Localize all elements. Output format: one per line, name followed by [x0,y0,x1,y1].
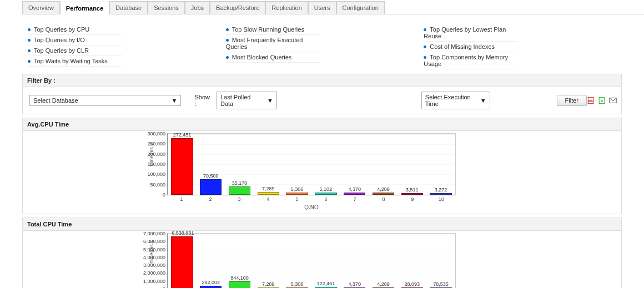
bar-value-label: 28,093 [402,281,422,288]
bullet-icon [28,60,31,63]
tab-users[interactable]: Users [308,1,336,14]
mail-icon[interactable] [609,97,617,104]
bar-value-label: 35,170 [229,180,250,187]
bar[interactable]: 122,461 [311,234,340,288]
bullet-icon [424,46,426,48]
bar[interactable]: 5,306 [283,234,311,288]
bar-value-label: 78,535 [430,281,451,288]
tab-bar: OverviewPerformanceDatabaseSessionsJobsB… [22,1,644,14]
report-link[interactable]: Most Blocked Queries [226,52,320,63]
report-link[interactable]: Top Queries by Lowest Plan Reuse [424,24,518,42]
x-tick: 1 [167,196,196,202]
bar[interactable]: 35,170 [225,134,254,195]
report-link-label: Top Components by Memory Usage [424,54,508,67]
chevron-down-icon: ▼ [267,97,273,104]
report-link-label: Cost of Missing Indexes [430,43,495,50]
bar[interactable]: 272,451 [168,134,197,195]
bar[interactable]: 78,535 [426,234,455,288]
y-tick: 200,000 [147,151,165,157]
x-tick: 5 [283,196,311,202]
tab-overview[interactable]: Overview [22,1,60,14]
pdf-icon[interactable]: PDF [587,97,595,104]
bar-value-label: 272,451 [172,132,192,139]
report-link[interactable]: Top Queries by I/O [28,35,122,46]
tab-jobs[interactable]: Jobs [185,1,210,14]
tab-database[interactable]: Database [109,1,148,14]
bullet-icon [28,39,31,42]
bar[interactable]: 4,289 [369,134,398,195]
bullet-icon [424,28,426,31]
report-link-label: Top Queries by CPU [34,26,89,33]
bar[interactable]: 70,500 [197,134,225,195]
bar-value-label: 7,289 [258,281,279,288]
select-execution-time[interactable]: Select Execution Time ▼ [421,92,490,109]
tab-backup-restore[interactable]: Backup/Restore [210,1,265,14]
chart-title: Avg.CPU Time [22,118,622,131]
report-link[interactable]: Top Slow Running Queries [226,24,320,35]
bar-value-label: 4,370 [344,186,365,193]
bar[interactable]: 4,370 [340,234,369,288]
bar[interactable]: 7,289 [254,134,283,195]
y-tick: 4,000,000 [143,255,165,260]
show-label: Show : [194,94,213,107]
filter-button[interactable]: Filter [557,95,587,106]
bullet-icon [28,28,31,31]
report-link[interactable]: Top Components by Memory Usage [424,52,518,69]
tab-configuration[interactable]: Configuration [336,1,385,14]
bar[interactable]: 7,289 [254,234,283,288]
bar[interactable]: 5,102 [311,134,340,195]
xls-icon[interactable]: X [598,97,606,104]
select-database-value: Select Database [33,97,78,104]
report-link-label: Top Waits by Waiting Tasks [34,58,108,64]
report-links: Top Queries by CPUTop Queries by I/OTop … [28,24,622,69]
bar-value-label: 6,538,831 [172,230,192,237]
bullet-icon [424,56,426,59]
x-tick: 4 [254,196,283,202]
bar[interactable]: 4,370 [340,134,369,195]
bar-value-label: 4,289 [373,186,394,193]
report-link-label: Top Queries by CLR [34,47,89,54]
y-tick: 0 [163,192,165,198]
report-link[interactable]: Cost of Missing Indexes [424,42,518,52]
y-tick: 150,000 [147,161,165,167]
select-execution-time-value: Select Execution Time [425,94,476,107]
report-link[interactable]: Top Queries by CLR [28,46,122,56]
y-tick: 1,000,000 [143,279,165,284]
select-show-value: Last Polled Data [220,94,263,107]
bar[interactable]: 282,002 [197,234,225,288]
bullet-icon [226,39,229,42]
bar-value-label: 3,511 [402,187,422,194]
bar[interactable]: 28,093 [398,234,426,288]
y-tick: 2,000,000 [143,270,165,276]
tab-sessions[interactable]: Sessions [148,1,185,14]
bar[interactable]: 3,511 [398,134,426,195]
tab-replication[interactable]: Replication [265,1,308,14]
x-tick: 6 [311,196,340,202]
y-tick: 250,000 [147,141,165,146]
bar[interactable]: 4,289 [369,234,398,288]
bar[interactable]: 3,272 [426,134,455,195]
chart-title: Total CPU Time [22,218,622,231]
bar-value-label: 4,370 [344,281,365,288]
bullet-icon [226,56,229,59]
bar[interactable]: 844,100 [225,234,254,288]
select-database[interactable]: Select Database ▼ [29,95,181,106]
bar[interactable]: 6,538,831 [168,234,197,288]
tab-performance[interactable]: Performance [60,2,109,14]
report-link-label: Most Blocked Queries [232,54,292,60]
bar[interactable]: 5,306 [283,134,311,195]
y-tick: 6,000,000 [143,239,165,244]
x-tick: 10 [427,196,456,202]
y-tick: 50,000 [150,182,165,188]
bar-value-label: 4,289 [373,281,394,288]
report-link[interactable]: Top Queries by CPU [28,24,122,35]
report-link[interactable]: Most Frequently Executed Queries [226,35,320,52]
y-tick: 300,000 [147,131,165,137]
x-tick: 2 [196,196,225,202]
x-tick: 3 [225,196,254,202]
filter-row: Select Database ▼ Show : Last Polled Dat… [22,87,622,114]
bar-value-label: 5,306 [286,281,307,288]
report-link[interactable]: Top Waits by Waiting Tasks [28,56,122,67]
bar-value-label: 3,272 [430,187,451,194]
select-show[interactable]: Last Polled Data ▼ [217,92,277,109]
